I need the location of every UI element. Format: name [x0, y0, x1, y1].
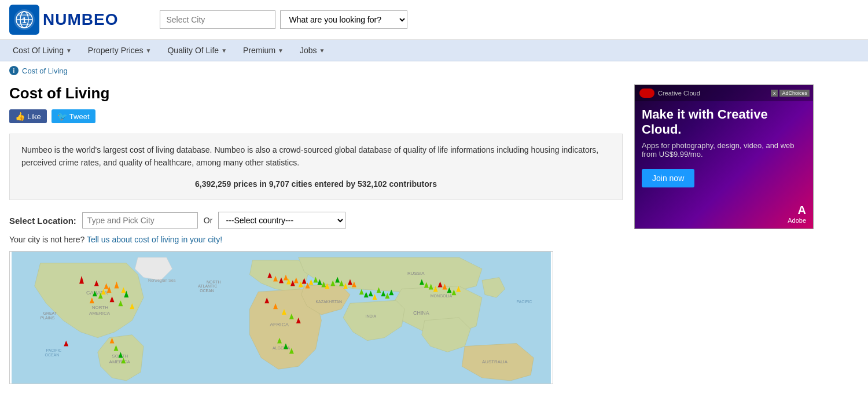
nav-link-quality-of-life[interactable]: Quality Of Life ▼ — [159, 40, 235, 61]
nav-arrow-premium: ▼ — [278, 47, 284, 54]
ad-subtext: Apps for photography, design, video, and… — [635, 141, 813, 164]
nav-arrow-jobs: ▼ — [319, 47, 325, 54]
creative-cloud-icon — [638, 87, 656, 99]
svg-text:NORTH: NORTH — [207, 280, 220, 284]
ad-x-button[interactable]: x — [771, 90, 778, 97]
nav-label: Premium — [243, 46, 275, 55]
twitter-tweet-button[interactable]: 🐦 Tweet — [52, 109, 95, 123]
svg-text:RUSSIA: RUSSIA — [407, 271, 425, 276]
nav-link-cost-of-living[interactable]: Cost Of Living ▼ — [5, 40, 80, 61]
ad-footer-logo: A Adobe — [788, 204, 806, 224]
looking-for-select[interactable]: What are you looking for? Cost of Living… — [280, 10, 407, 29]
nav-item-quality-of-life[interactable]: Quality Of Life ▼ — [159, 40, 235, 61]
nav-link-jobs[interactable]: Jobs ▼ — [292, 40, 333, 61]
nav-label: Property Prices — [88, 46, 144, 55]
city-search-input[interactable] — [160, 10, 275, 29]
nav-arrow-quality-of-life: ▼ — [221, 47, 227, 54]
description-box: Numbeo is the world's largest cost of li… — [9, 134, 623, 200]
ad-headline: Make it with Creative Cloud. — [635, 101, 813, 141]
breadcrumb-icon: i — [9, 66, 19, 75]
logo-icon: 1 — [9, 5, 39, 35]
adobe-text: Adobe — [788, 217, 806, 224]
nav-arrow-property-prices: ▼ — [146, 47, 152, 54]
description-text: Numbeo is the world's largest cost of li… — [21, 143, 610, 170]
svg-text:ATLANTIC: ATLANTIC — [198, 285, 217, 289]
breadcrumb: i Cost of Living — [0, 61, 868, 80]
svg-text:AMERICA: AMERICA — [89, 311, 111, 316]
svg-text:GREAT: GREAT — [43, 311, 57, 315]
svg-rect-98 — [644, 89, 650, 98]
adobe-a-icon: A — [798, 204, 806, 217]
ad-brand-logo: Creative Cloud — [638, 87, 700, 99]
or-label: Or — [204, 216, 213, 225]
logo-link[interactable]: 1 NUMBEO — [9, 5, 118, 35]
facebook-like-button[interactable]: 👍 Like — [9, 109, 47, 123]
twitter-bird-icon: 🐦 — [57, 112, 67, 121]
svg-text:AFRICA: AFRICA — [270, 322, 289, 327]
world-map: CANADA NORTH AMERICA GREAT PLAINS SOUTH … — [9, 251, 553, 384]
ad-box-header: Creative Cloud x AdChoices — [635, 85, 813, 101]
search-area: What are you looking for? Cost of Living… — [160, 10, 407, 29]
thumbs-up-icon: 👍 — [15, 112, 25, 121]
svg-text:PACIFIC: PACIFIC — [516, 300, 532, 304]
city-type-input[interactable] — [82, 212, 198, 229]
tweet-label: Tweet — [69, 112, 90, 121]
nav-label: Jobs — [300, 46, 317, 55]
nav-link-premium[interactable]: Premium ▼ — [235, 40, 292, 61]
not-listed-notice: Your city is not here? Tell us about cos… — [9, 235, 623, 244]
select-location-label: Select Location: — [9, 216, 76, 226]
like-label: Like — [27, 112, 41, 121]
nav-item-jobs[interactable]: Jobs ▼ — [292, 40, 333, 61]
svg-text:AUSTRALIA: AUSTRALIA — [482, 359, 508, 364]
breadcrumb-link[interactable]: Cost of Living — [22, 67, 68, 75]
ad-info-button[interactable]: AdChoices — [779, 90, 810, 97]
main-content: Cost of Living 👍 Like 🐦 Tweet Numbeo is … — [9, 80, 623, 384]
svg-text:NORTH: NORTH — [92, 305, 108, 310]
svg-text:1: 1 — [22, 16, 27, 25]
ad-close-controls: x AdChoices — [771, 90, 810, 97]
svg-text:OCEAN: OCEAN — [45, 353, 60, 358]
svg-text:AMERICA: AMERICA — [109, 359, 131, 364]
nav-item-property-prices[interactable]: Property Prices ▼ — [80, 40, 160, 61]
select-location: Select Location: Or ---Select country---… — [9, 212, 623, 229]
svg-text:PACIFIC: PACIFIC — [46, 349, 62, 353]
nav-item-cost-of-living[interactable]: Cost Of Living ▼ — [5, 40, 80, 61]
not-listed-text: Your city is not here? — [9, 235, 84, 244]
stats-line: 6,392,259 prices in 9,707 cities entered… — [21, 178, 610, 190]
main-nav: Cost Of Living ▼ Property Prices ▼ Quali… — [0, 40, 868, 61]
header: 1 NUMBEO What are you looking for? Cost … — [0, 0, 868, 40]
ad-price: US$9.99/mo. — [659, 150, 703, 159]
ad-box: Creative Cloud x AdChoices Make it with … — [634, 84, 814, 229]
social-buttons: 👍 Like 🐦 Tweet — [9, 109, 623, 123]
ad-sidebar: Creative Cloud x AdChoices Make it with … — [634, 80, 814, 384]
svg-text:OCEAN: OCEAN — [200, 289, 214, 293]
not-listed-link[interactable]: Tell us about cost of living in your cit… — [87, 235, 222, 244]
svg-text:PLAINS: PLAINS — [41, 316, 55, 320]
ad-brand-text: Creative Cloud — [658, 90, 700, 97]
ad-cta-button[interactable]: Join now — [642, 169, 694, 187]
nav-link-property-prices[interactable]: Property Prices ▼ — [80, 40, 160, 61]
nav-label: Quality Of Life — [167, 46, 219, 55]
main-layout: Cost of Living 👍 Like 🐦 Tweet Numbeo is … — [0, 80, 868, 384]
logo-text: NUMBEO — [43, 10, 118, 29]
svg-text:INDIA: INDIA — [366, 314, 377, 318]
svg-text:MONGOLIA: MONGOLIA — [431, 294, 453, 298]
svg-text:KAZAKHSTAN: KAZAKHSTAN — [315, 300, 342, 304]
svg-text:CHINA: CHINA — [413, 310, 429, 316]
world-map-svg: CANADA NORTH AMERICA GREAT PLAINS SOUTH … — [10, 252, 553, 384]
nav-item-premium[interactable]: Premium ▼ — [235, 40, 292, 61]
svg-text:Norwegian Sea: Norwegian Sea — [148, 278, 175, 283]
country-select[interactable]: ---Select country--- United States Unite… — [218, 212, 345, 229]
nav-arrow-cost-of-living: ▼ — [66, 47, 72, 54]
page-title: Cost of Living — [9, 84, 623, 102]
nav-label: Cost Of Living — [13, 46, 64, 55]
